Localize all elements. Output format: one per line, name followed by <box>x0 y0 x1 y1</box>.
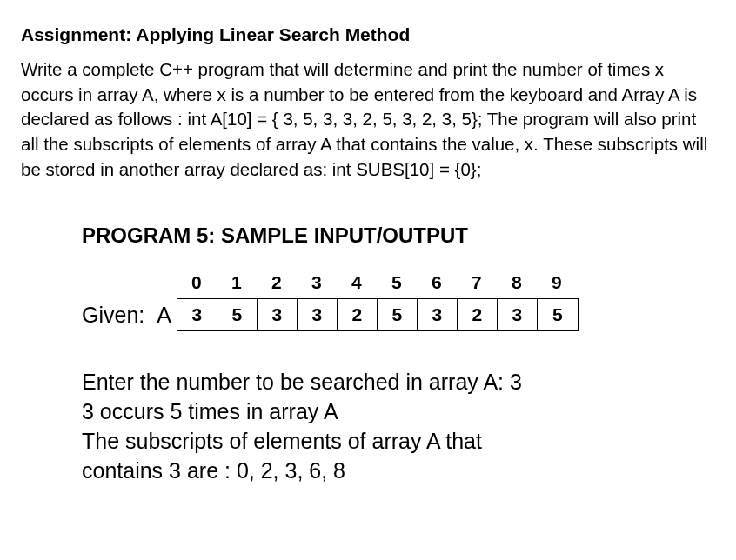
index-cell: 8 <box>497 272 537 298</box>
array-index-row: 0 1 2 3 4 5 6 7 8 9 <box>177 272 579 298</box>
value-cell: 3 <box>258 299 298 330</box>
index-cell: 3 <box>297 272 337 298</box>
assignment-description: Write a complete C++ program that will d… <box>21 57 715 182</box>
array-name-label: A <box>157 303 171 331</box>
output-line: Enter the number to be searched in array… <box>82 368 715 397</box>
index-cell: 1 <box>217 272 257 298</box>
index-cell: 9 <box>537 272 577 298</box>
index-cell: 4 <box>337 272 377 298</box>
section-heading: PROGRAM 5: SAMPLE INPUT/OUTPUT <box>82 223 715 248</box>
value-cell: 5 <box>217 299 258 330</box>
given-label: Given: <box>82 303 144 331</box>
value-cell: 5 <box>538 299 578 330</box>
value-cell: 5 <box>378 299 418 330</box>
value-cell: 2 <box>338 299 378 330</box>
given-row: Given: A 0 1 2 3 4 5 6 7 8 9 3 5 3 3 2 5… <box>82 272 715 331</box>
sample-output: Enter the number to be searched in array… <box>82 368 715 485</box>
output-line: The subscripts of elements of array A th… <box>82 427 715 457</box>
value-cell: 3 <box>177 299 217 330</box>
value-cell: 2 <box>458 299 498 330</box>
value-cell: 3 <box>418 299 458 330</box>
output-line: contains 3 are : 0, 2, 3, 6, 8 <box>82 457 715 486</box>
output-line: 3 occurs 5 times in array A <box>82 397 715 427</box>
index-cell: 7 <box>457 272 497 298</box>
index-cell: 2 <box>257 272 297 298</box>
index-cell: 6 <box>417 272 457 298</box>
array-block: 0 1 2 3 4 5 6 7 8 9 3 5 3 3 2 5 3 2 3 5 <box>177 272 579 331</box>
value-cell: 3 <box>298 299 338 330</box>
index-cell: 5 <box>377 272 417 298</box>
array-value-row: 3 5 3 3 2 5 3 2 3 5 <box>177 298 579 331</box>
assignment-title: Assignment: Applying Linear Search Metho… <box>21 24 715 45</box>
value-cell: 3 <box>498 299 538 330</box>
index-cell: 0 <box>177 272 217 298</box>
